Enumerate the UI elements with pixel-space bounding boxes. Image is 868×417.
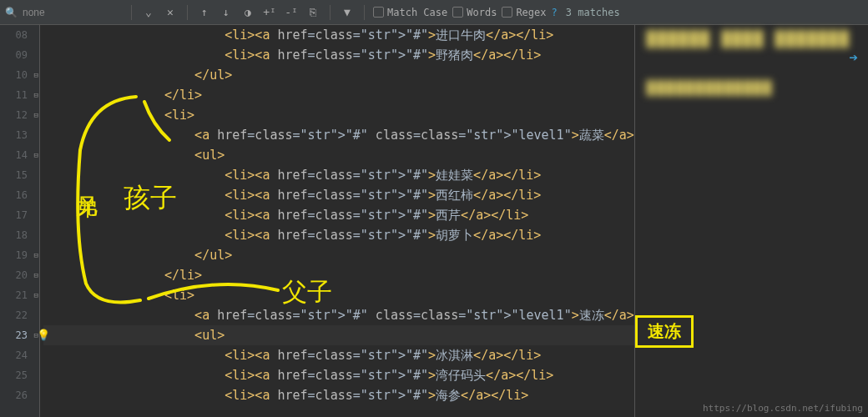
fold-gutter[interactable]: ⊟⊟⊟⊟⊟⊟⊟⊟ bbox=[33, 25, 41, 417]
code-line[interactable]: <ul> bbox=[43, 145, 633, 165]
intention-bulb-icon[interactable]: 💡 bbox=[37, 329, 50, 341]
close-search-button[interactable]: ✕ bbox=[162, 4, 179, 21]
code-line[interactable]: <li> bbox=[43, 285, 633, 305]
divider bbox=[330, 5, 331, 20]
history-dropdown[interactable]: ⌄ bbox=[140, 4, 157, 21]
code-line[interactable]: </li> bbox=[43, 265, 633, 285]
divider bbox=[131, 5, 132, 20]
code-line[interactable]: <li><a href=class="str">"#">西红柿</a></li> bbox=[43, 185, 633, 205]
code-line[interactable]: <li><a href=class="str">"#">娃娃菜</a></li> bbox=[43, 165, 633, 185]
code-line[interactable]: <li> bbox=[43, 105, 633, 125]
add-selection-button[interactable]: +ᴵ bbox=[261, 4, 278, 21]
preview-pane: ██████ ████ ███████ █████████████ ➔ 速冻 bbox=[634, 25, 868, 417]
code-line[interactable]: <li><a href=class="str">"#">冰淇淋</a></li> bbox=[43, 345, 633, 365]
code-line[interactable]: </li> bbox=[43, 85, 633, 105]
regex-checkbox[interactable]: Regex bbox=[502, 7, 546, 18]
code-line[interactable]: <a href=class="str">"#" class=class="str… bbox=[43, 125, 633, 145]
remove-selection-button[interactable]: -ᴵ bbox=[283, 4, 300, 21]
match-count-label: 3 matches bbox=[566, 7, 620, 18]
select-all-button[interactable]: ⎘ bbox=[305, 4, 321, 21]
code-area[interactable]: <li><a href=class="str">"#">进口牛肉</a></li… bbox=[40, 25, 633, 417]
line-number-gutter[interactable]: 08091011121314151617181920212223242526 bbox=[4, 25, 33, 417]
code-line[interactable]: </ul> bbox=[43, 245, 633, 265]
blurred-preview-text: █████████████ bbox=[647, 80, 868, 96]
words-checkbox[interactable]: Words bbox=[452, 7, 497, 18]
preview-arrow-icon: ➔ bbox=[849, 48, 858, 66]
regex-label: Regex bbox=[516, 7, 546, 18]
code-editor: 08091011121314151617181920212223242526 ⊟… bbox=[0, 25, 868, 417]
divider bbox=[187, 5, 188, 20]
match-case-label: Match Case bbox=[387, 7, 447, 18]
code-line[interactable]: <li><a href=class="str">"#">野猪肉</a></li> bbox=[43, 45, 633, 65]
code-line[interactable]: <li><a href=class="str">"#">西芹</a></li> bbox=[43, 205, 633, 225]
smart-search-icon[interactable]: ◑ bbox=[240, 4, 256, 21]
code-line[interactable]: <li><a href=class="str">"#">湾仔码头</a></li… bbox=[43, 365, 633, 385]
search-input[interactable] bbox=[23, 7, 123, 18]
prev-match-button[interactable]: ↑ bbox=[196, 4, 213, 21]
match-case-checkbox[interactable]: Match Case bbox=[373, 7, 447, 18]
code-line[interactable]: <li><a href=class="str">"#">进口牛肉</a></li… bbox=[43, 25, 633, 45]
help-link[interactable]: ? bbox=[552, 7, 558, 18]
search-icon: 🔍 bbox=[5, 7, 18, 18]
code-line[interactable]: <a href=class="str">"#" class=class="str… bbox=[43, 305, 633, 325]
next-match-button[interactable]: ↓ bbox=[218, 4, 235, 21]
preview-highlight-box: 速冻 bbox=[635, 315, 694, 348]
filter-icon[interactable]: ▼ bbox=[339, 4, 356, 21]
blurred-preview-text: ██████ ████ ███████ bbox=[647, 30, 868, 48]
code-line[interactable]: <li><a href=class="str">"#">海参</a></li> bbox=[43, 385, 633, 405]
divider bbox=[364, 5, 365, 20]
watermark-text: https://blog.csdn.net/ifubing bbox=[703, 403, 863, 414]
words-label: Words bbox=[467, 7, 497, 18]
find-toolbar: 🔍 ⌄ ✕ ↑ ↓ ◑ +ᴵ -ᴵ ⎘ ▼ Match Case Words R… bbox=[0, 0, 868, 25]
code-line[interactable]: <li><a href=class="str">"#">胡萝卜</a></li> bbox=[43, 225, 633, 245]
code-line[interactable]: </ul> bbox=[43, 65, 633, 85]
code-line[interactable]: <ul> bbox=[43, 325, 633, 345]
